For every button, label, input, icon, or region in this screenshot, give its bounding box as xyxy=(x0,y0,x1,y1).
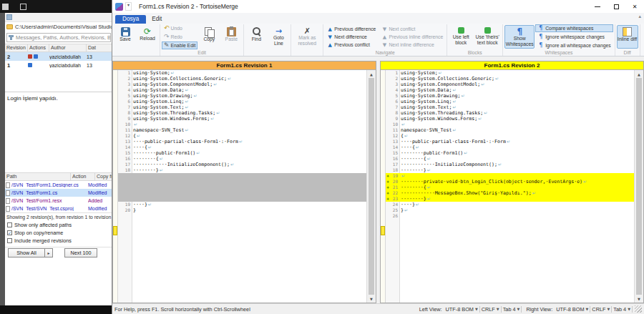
chevron-down-icon: ▼ xyxy=(517,307,520,311)
path-table-header[interactable]: PathActionCopy fr xyxy=(5,172,112,181)
code-text: ············InitializeComponent(); xyxy=(399,162,497,167)
resize-grip[interactable] xyxy=(635,305,642,313)
column-header[interactable]: Path xyxy=(5,173,71,180)
nav-next-difference-button[interactable]: ▼Next difference xyxy=(325,33,378,41)
left-tab-selector[interactable]: Tab 4▼ xyxy=(502,306,522,313)
right-scroll-thumb[interactable] xyxy=(636,78,642,295)
option-row[interactable]: Include merged revisions xyxy=(5,237,112,245)
right-locator-bar[interactable] xyxy=(381,70,386,303)
scroll-up-icon[interactable]: ▲ xyxy=(635,70,643,78)
revision-row[interactable]: 2yaziciabdullah13 xyxy=(5,52,112,61)
paste-button[interactable]: Paste xyxy=(220,25,242,49)
next-100-button[interactable]: Next 100 xyxy=(64,248,97,257)
path-row[interactable]: /SVN_Test/Form1.resxAdded xyxy=(5,197,112,205)
path-row[interactable]: /SVN_Test/Form1.csModified xyxy=(5,189,112,197)
show-all-dropdown-icon[interactable]: ▸ xyxy=(45,248,53,257)
tab-edit[interactable]: Edit xyxy=(146,15,167,24)
mark-resolved-button[interactable]: ✗ Mark as resolved xyxy=(293,25,321,49)
checkbox[interactable] xyxy=(7,238,12,243)
up-arrow-icon: ▲ xyxy=(327,42,333,48)
inline-diff-button[interactable]: Inline diff xyxy=(617,25,638,49)
line-number: 16 xyxy=(390,156,399,162)
group-label-whitespaces: Whitespaces xyxy=(504,49,613,56)
code-text: using·System.Windows.Forms; xyxy=(132,116,210,122)
show-whitespaces-button[interactable]: ¶ Show Whitespaces xyxy=(504,25,535,49)
nav-previous-inline-difference-button[interactable]: ▲Previous inline difference xyxy=(379,33,445,41)
nav-next-inline-difference-button[interactable]: ▼Next inline difference xyxy=(379,41,445,49)
path-name: /SVN_Test/SVN_Test.csproj xyxy=(11,206,87,211)
line-gutter: 14 xyxy=(118,144,132,150)
right-eol-selector[interactable]: CRLF▼ xyxy=(590,306,612,313)
folder-icon xyxy=(6,24,13,29)
log-window-titlebar[interactable] xyxy=(0,0,112,13)
right-vertical-scrollbar[interactable]: ▲ ▼ xyxy=(634,70,643,303)
minimize-button[interactable] xyxy=(588,0,607,13)
column-header[interactable]: Dat xyxy=(87,44,112,51)
enable-edit-button[interactable]: ✎ Enable Edit xyxy=(162,41,197,49)
line-number: 25 xyxy=(390,207,399,213)
nav-previous-conflict-button[interactable]: ▲Previous conflict xyxy=(325,41,378,49)
column-header[interactable]: Revision xyxy=(5,44,28,51)
line-gutter: +20 xyxy=(386,179,399,185)
newline-icon: ↵ xyxy=(532,190,536,196)
group-label-blocks: Blocks xyxy=(449,49,501,56)
left-locator-bar[interactable] xyxy=(113,70,118,303)
left-eol-selector[interactable]: CRLF▼ xyxy=(480,306,502,313)
save-button[interactable]: Save xyxy=(114,25,136,49)
newline-icon: ↵ xyxy=(160,156,163,162)
goto-line-button[interactable]: → Goto Line xyxy=(268,25,289,49)
revision-row[interactable]: 1yaziciabdullah13 xyxy=(5,61,112,69)
show-all-button[interactable]: Show All xyxy=(8,248,45,257)
option-row[interactable]: ✓Stop on copy/rename xyxy=(5,229,112,237)
left-vertical-scrollbar[interactable]: ▲ ▼ xyxy=(366,70,376,303)
scroll-up-icon[interactable]: ▲ xyxy=(367,70,376,78)
checkbox[interactable]: ✓ xyxy=(7,230,12,235)
scroll-down-icon[interactable]: ▼ xyxy=(635,295,643,303)
revision-table-header[interactable]: RevisionActionsAuthorDat xyxy=(5,44,112,52)
right-code-view[interactable]: 1using·System;↵2using·System.Collections… xyxy=(386,70,634,303)
use-theirs-block-button[interactable]: Use 'theirs' text block xyxy=(474,25,501,49)
line-number xyxy=(122,196,132,202)
minimize-ribbon-icon[interactable]: ▴ xyxy=(638,14,641,19)
nav-next-conflict-button[interactable]: ▼Next conflict xyxy=(379,25,445,33)
whitespace-option-label: Ignore whitespace changes xyxy=(545,34,605,39)
maximize-button[interactable] xyxy=(607,0,625,13)
log-toolbar-icon[interactable] xyxy=(6,14,12,20)
find-button[interactable]: Find xyxy=(245,25,267,49)
tab-file[interactable]: Dosya xyxy=(115,15,146,24)
use-left-block-button[interactable]: Use left block xyxy=(449,25,473,49)
left-code-view[interactable]: 1using·System;↵2using·System.Collections… xyxy=(118,70,366,303)
whitespace-option-compare-whitespaces[interactable]: ¶Compare whitespaces xyxy=(535,24,613,32)
titlebar[interactable]: ▾ Form1.cs Revision 2 - TortoiseMerge ✕ xyxy=(112,0,644,13)
close-button[interactable]: ✕ xyxy=(625,0,644,13)
whitespace-option-ignore-whitespace-changes[interactable]: ¶Ignore whitespace changes xyxy=(535,33,613,41)
path-row[interactable]: /SVN_Test/SVN_Test.csprojModified xyxy=(5,205,112,212)
code-text xyxy=(132,173,133,179)
column-header[interactable]: Author xyxy=(49,44,87,51)
left-scroll-thumb[interactable] xyxy=(369,78,374,295)
quick-access-dropdown-icon[interactable]: ▾ xyxy=(125,2,132,11)
app-icon xyxy=(115,3,123,11)
column-header[interactable]: Copy fr xyxy=(95,173,112,180)
code-line: 14····{↵ xyxy=(118,144,366,150)
whitespace-option-ignore-all-whitespace-changes[interactable]: ¶Ignore all whitespace changes xyxy=(535,41,613,49)
reload-button[interactable]: ⟳ Reload xyxy=(137,25,158,49)
path-row[interactable]: /SVN_Test/Form1.Designer.csModified xyxy=(5,181,112,189)
scroll-down-icon[interactable]: ▼ xyxy=(367,295,376,303)
column-header[interactable]: Actions xyxy=(28,44,49,51)
checkbox[interactable] xyxy=(7,222,12,227)
right-tab-selector[interactable]: Tab 4▼ xyxy=(612,306,633,313)
copy-button[interactable]: Copy xyxy=(198,25,220,49)
nav-previous-difference-button[interactable]: ▲Previous difference xyxy=(325,25,378,33)
log-filter-input[interactable]: Messages, Paths, Authors, Revisions, Bug… xyxy=(6,33,111,42)
column-header[interactable]: Action xyxy=(71,173,95,180)
right-encoding-selector[interactable]: UTF-8 BOM▼ xyxy=(555,306,590,313)
left-encoding-selector[interactable]: UTF-8 BOM▼ xyxy=(444,306,480,313)
undo-button[interactable]: ↶ Undo xyxy=(162,24,197,32)
view-bars-button[interactable]: View Bars xyxy=(642,25,644,49)
left-pane-header[interactable]: Form1.cs Revision 1 xyxy=(113,62,376,70)
redo-button[interactable]: ↷ Redo xyxy=(162,33,197,41)
option-row[interactable]: Show only affected paths xyxy=(5,221,112,229)
right-pane-header[interactable]: Form1.cs Revision 2 xyxy=(381,62,643,70)
code-line: 11namespace·SVN_Test↵ xyxy=(386,127,634,133)
